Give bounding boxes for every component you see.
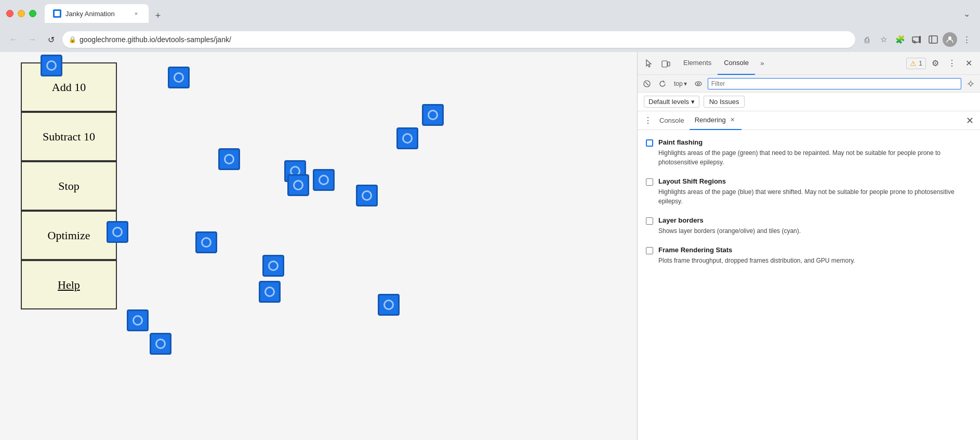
svg-rect-2 <box>929 36 937 43</box>
back-button[interactable]: ← <box>6 32 21 47</box>
close-window-button[interactable] <box>6 10 14 17</box>
forward-button[interactable]: → <box>25 32 39 47</box>
profile-button[interactable] <box>943 32 957 47</box>
console-reload-button[interactable] <box>656 77 669 90</box>
address-bar[interactable]: 🔒 googlechrome.github.io/devtools-sample… <box>62 31 855 48</box>
blue-square <box>168 67 190 88</box>
svg-point-4 <box>948 36 951 40</box>
devtools-select-tool[interactable] <box>642 56 656 71</box>
tab-favicon <box>53 9 61 18</box>
bookmark-button[interactable]: ☆ <box>876 32 891 47</box>
blue-square <box>262 255 284 277</box>
devtools-drawer-close[interactable]: ✕ <box>963 114 976 127</box>
blue-square <box>356 185 378 206</box>
nav-bar: ← → ↺ 🔒 googlechrome.github.io/devtools-… <box>0 27 980 52</box>
devtools-tab-elements[interactable]: Elements <box>677 52 718 75</box>
browser-tab[interactable]: Janky Animation × <box>45 4 149 23</box>
devtools-tab-console[interactable]: Console <box>718 52 755 75</box>
sidebar-button[interactable] <box>926 32 941 47</box>
layer-borders-row: Layer borders Shows layer borders (orang… <box>646 216 972 236</box>
drawer-tab-rendering-close[interactable]: ✕ <box>729 117 736 124</box>
context-label: top <box>674 80 683 87</box>
layout-shift-checkbox-container <box>646 178 653 186</box>
layer-borders-checkbox[interactable] <box>646 217 653 225</box>
devtools-filter-bar: top ▾ <box>638 75 980 93</box>
paint-flashing-checkbox[interactable] <box>646 139 653 147</box>
blue-square <box>396 127 418 149</box>
console-eye-button[interactable] <box>692 77 705 90</box>
optimize-button[interactable]: Optimize <box>21 211 117 260</box>
layout-shift-desc: Highlights areas of the page (blue) that… <box>658 187 972 206</box>
blue-square <box>313 169 335 191</box>
blue-square <box>41 55 62 76</box>
devtools-more-tabs[interactable]: » <box>755 56 770 71</box>
blue-square <box>107 221 128 243</box>
page-buttons: Add 10 Subtract 10 Stop Optimize Help <box>21 62 117 309</box>
maximize-window-button[interactable] <box>29 10 36 17</box>
devtools-drawer-tabs: ⋮ Console Rendering ✕ ✕ <box>638 111 980 130</box>
devtools-more-button[interactable]: ⋮ <box>945 56 959 71</box>
blue-square <box>195 231 217 253</box>
svg-point-11 <box>969 82 972 85</box>
cast-button[interactable] <box>909 32 924 47</box>
drawer-tab-console[interactable]: Console <box>654 111 690 130</box>
svg-line-8 <box>645 82 648 85</box>
extensions-button[interactable]: 🧩 <box>893 32 907 47</box>
paint-flashing-option: Paint flashing Highlights areas of the p… <box>646 138 972 167</box>
frame-rendering-stats-desc: Plots frame throughput, dropped frames d… <box>658 256 972 265</box>
tab-close-button[interactable]: × <box>132 9 140 18</box>
add10-button[interactable]: Add 10 <box>21 62 117 112</box>
warning-badge[interactable]: ⚠ 1 <box>906 58 926 69</box>
paint-flashing-row: Paint flashing Highlights areas of the p… <box>646 138 972 167</box>
nav-actions: ⎙ ☆ 🧩 ⋮ <box>859 32 974 47</box>
address-text: googlechrome.github.io/devtools-samples/… <box>80 35 849 44</box>
devtools-panel: Elements Console » ⚠ 1 ⚙ ⋮ ✕ <box>637 52 980 440</box>
layout-shift-row: Layout Shift Regions Highlights areas of… <box>646 177 972 206</box>
frame-rendering-stats-row: Frame Rendering Stats Plots frame throug… <box>646 246 972 265</box>
webpage: Add 10 Subtract 10 Stop Optimize Help <box>0 52 637 440</box>
layout-shift-checkbox[interactable] <box>646 178 653 186</box>
blue-square <box>378 294 400 316</box>
svg-point-10 <box>697 83 699 85</box>
devtools-top-bar: Elements Console » ⚠ 1 ⚙ ⋮ ✕ <box>638 52 980 75</box>
help-button[interactable]: Help <box>21 260 117 309</box>
devtools-close-button[interactable]: ✕ <box>961 56 976 71</box>
layout-shift-title: Layout Shift Regions <box>658 177 972 185</box>
reload-button[interactable]: ↺ <box>44 32 58 47</box>
default-levels-button[interactable]: Default levels ▾ <box>644 96 699 108</box>
warning-count: 1 <box>919 60 922 67</box>
svg-point-9 <box>695 82 701 86</box>
devtools-device-toggle[interactable] <box>658 56 673 71</box>
tab-title: Janky Animation <box>65 10 128 18</box>
subtract10-button[interactable]: Subtract 10 <box>21 112 117 161</box>
svg-rect-1 <box>919 36 921 43</box>
menu-button[interactable]: ⋮ <box>959 32 974 47</box>
paint-flashing-checkbox-container <box>646 139 653 147</box>
blue-square <box>127 309 149 331</box>
stop-button[interactable]: Stop <box>21 161 117 211</box>
window-collapse-button[interactable]: ⌄ <box>959 6 974 21</box>
layer-borders-checkbox-container <box>646 217 653 225</box>
svg-rect-0 <box>912 37 919 42</box>
no-issues-button[interactable]: No Issues <box>704 96 745 108</box>
title-bar: Janky Animation × + ⌄ <box>0 0 980 27</box>
tabs-area: Janky Animation × + <box>41 4 955 23</box>
drawer-tab-rendering[interactable]: Rendering ✕ <box>690 111 741 130</box>
layer-borders-desc: Shows layer borders (orange/olive) and t… <box>658 226 972 236</box>
blue-square <box>259 281 281 303</box>
layer-borders-title: Layer borders <box>658 216 972 224</box>
console-clear-button[interactable] <box>641 77 653 90</box>
new-tab-button[interactable]: + <box>151 8 165 23</box>
devtools-settings-button[interactable]: ⚙ <box>928 56 943 71</box>
context-selector[interactable]: top ▾ <box>672 79 689 88</box>
context-arrow: ▾ <box>684 80 687 87</box>
tab-favicon-inner <box>55 11 60 16</box>
share-button[interactable]: ⎙ <box>859 32 874 47</box>
filter-settings-button[interactable] <box>964 77 977 90</box>
console-filter-input[interactable] <box>708 78 961 89</box>
minimize-window-button[interactable] <box>18 10 25 17</box>
rendering-panel: Paint flashing Highlights areas of the p… <box>638 130 980 440</box>
lock-icon: 🔒 <box>69 36 76 43</box>
frame-rendering-stats-checkbox[interactable] <box>646 247 653 254</box>
drawer-more-button[interactable]: ⋮ <box>642 114 654 127</box>
